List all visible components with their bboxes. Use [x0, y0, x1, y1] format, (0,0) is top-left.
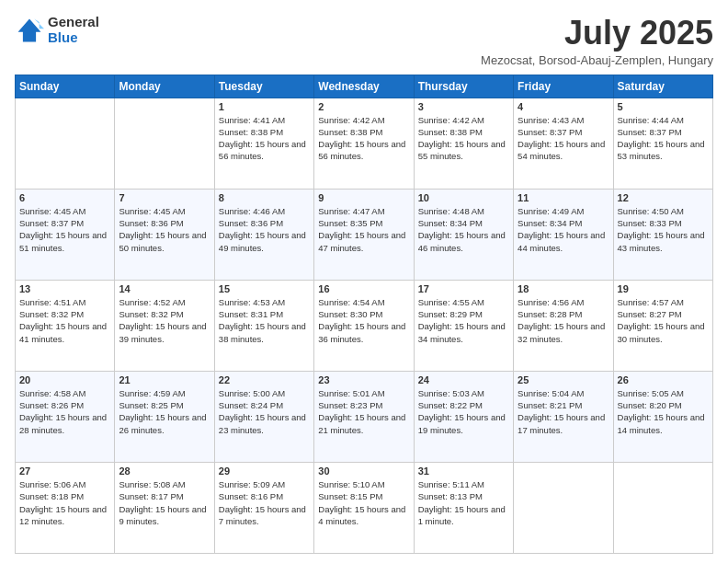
day-info: Sunrise: 4:49 AMSunset: 8:34 PMDaylight:… [518, 205, 609, 254]
day-info: Sunrise: 4:55 AMSunset: 8:29 PMDaylight:… [418, 296, 509, 345]
calendar-cell: 24Sunrise: 5:03 AMSunset: 8:22 PMDayligh… [414, 371, 513, 462]
day-info: Sunrise: 5:00 AMSunset: 8:24 PMDaylight:… [219, 387, 310, 436]
month-title: July 2025 [481, 15, 713, 52]
calendar-cell [514, 462, 613, 553]
day-number: 15 [219, 283, 310, 294]
calendar-cell: 21Sunrise: 4:59 AMSunset: 8:25 PMDayligh… [115, 371, 214, 462]
calendar-header-wednesday: Wednesday [314, 75, 414, 98]
calendar-cell [16, 98, 115, 189]
day-number: 16 [318, 283, 409, 294]
day-number: 7 [119, 192, 210, 203]
day-number: 4 [518, 101, 609, 112]
day-info: Sunrise: 4:53 AMSunset: 8:31 PMDaylight:… [219, 296, 310, 345]
day-info: Sunrise: 4:51 AMSunset: 8:32 PMDaylight:… [19, 296, 110, 345]
day-number: 31 [418, 465, 509, 477]
day-number: 14 [119, 283, 210, 294]
day-info: Sunrise: 5:03 AMSunset: 8:22 PMDaylight:… [418, 387, 509, 436]
day-info: Sunrise: 5:11 AMSunset: 8:13 PMDaylight:… [418, 478, 509, 527]
calendar-cell: 11Sunrise: 4:49 AMSunset: 8:34 PMDayligh… [514, 189, 613, 280]
calendar-header-thursday: Thursday [414, 75, 513, 98]
header: General Blue July 2025 Mezocsat, Borsod-… [15, 15, 713, 67]
calendar-header-tuesday: Tuesday [214, 75, 313, 98]
day-info: Sunrise: 4:42 AMSunset: 8:38 PMDaylight:… [418, 114, 509, 163]
day-number: 20 [19, 374, 110, 385]
day-number: 29 [219, 465, 310, 477]
day-number: 3 [418, 101, 509, 112]
calendar-cell: 28Sunrise: 5:08 AMSunset: 8:17 PMDayligh… [115, 462, 214, 553]
day-info: Sunrise: 4:48 AMSunset: 8:34 PMDaylight:… [418, 205, 509, 254]
day-info: Sunrise: 5:08 AMSunset: 8:17 PMDaylight:… [119, 478, 210, 527]
day-number: 8 [219, 192, 310, 203]
calendar-cell: 5Sunrise: 4:44 AMSunset: 8:37 PMDaylight… [613, 98, 712, 189]
calendar-cell: 9Sunrise: 4:47 AMSunset: 8:35 PMDaylight… [314, 189, 414, 280]
calendar-cell: 4Sunrise: 4:43 AMSunset: 8:37 PMDaylight… [514, 98, 613, 189]
day-info: Sunrise: 4:50 AMSunset: 8:33 PMDaylight:… [618, 205, 709, 254]
calendar-cell: 30Sunrise: 5:10 AMSunset: 8:15 PMDayligh… [314, 462, 414, 553]
calendar-cell: 27Sunrise: 5:06 AMSunset: 8:18 PMDayligh… [16, 462, 115, 553]
day-number: 28 [119, 465, 210, 477]
day-info: Sunrise: 4:52 AMSunset: 8:32 PMDaylight:… [119, 296, 210, 345]
calendar-cell: 2Sunrise: 4:42 AMSunset: 8:38 PMDaylight… [314, 98, 414, 189]
day-number: 2 [318, 101, 409, 112]
day-number: 6 [19, 192, 110, 203]
calendar-week-row: 13Sunrise: 4:51 AMSunset: 8:32 PMDayligh… [16, 280, 713, 371]
day-number: 19 [618, 283, 709, 294]
day-number: 30 [318, 465, 409, 477]
calendar-week-row: 1Sunrise: 4:41 AMSunset: 8:38 PMDaylight… [16, 98, 713, 189]
calendar-header-monday: Monday [115, 75, 214, 98]
day-info: Sunrise: 5:10 AMSunset: 8:15 PMDaylight:… [318, 478, 409, 527]
calendar-cell: 6Sunrise: 4:45 AMSunset: 8:37 PMDaylight… [16, 189, 115, 280]
day-info: Sunrise: 4:56 AMSunset: 8:28 PMDaylight:… [518, 296, 609, 345]
calendar-cell: 14Sunrise: 4:52 AMSunset: 8:32 PMDayligh… [115, 280, 214, 371]
day-info: Sunrise: 4:59 AMSunset: 8:25 PMDaylight:… [119, 387, 210, 436]
day-number: 18 [518, 283, 609, 294]
calendar-cell [115, 98, 214, 189]
calendar-cell: 17Sunrise: 4:55 AMSunset: 8:29 PMDayligh… [414, 280, 513, 371]
calendar-cell: 18Sunrise: 4:56 AMSunset: 8:28 PMDayligh… [514, 280, 613, 371]
logo-blue: Blue [48, 30, 99, 46]
day-number: 26 [618, 374, 709, 385]
day-info: Sunrise: 4:57 AMSunset: 8:27 PMDaylight:… [618, 296, 709, 345]
calendar-week-row: 27Sunrise: 5:06 AMSunset: 8:18 PMDayligh… [16, 462, 713, 553]
calendar-header-row: SundayMondayTuesdayWednesdayThursdayFrid… [16, 75, 713, 98]
calendar-cell: 7Sunrise: 4:45 AMSunset: 8:36 PMDaylight… [115, 189, 214, 280]
svg-marker-0 [18, 18, 41, 41]
day-number: 1 [219, 101, 310, 112]
day-number: 25 [518, 374, 609, 385]
day-info: Sunrise: 4:45 AMSunset: 8:37 PMDaylight:… [19, 205, 110, 254]
calendar-cell: 25Sunrise: 5:04 AMSunset: 8:21 PMDayligh… [514, 371, 613, 462]
calendar-cell: 20Sunrise: 4:58 AMSunset: 8:26 PMDayligh… [16, 371, 115, 462]
day-number: 17 [418, 283, 509, 294]
calendar-cell: 29Sunrise: 5:09 AMSunset: 8:16 PMDayligh… [214, 462, 313, 553]
calendar-cell: 16Sunrise: 4:54 AMSunset: 8:30 PMDayligh… [314, 280, 414, 371]
title-section: July 2025 Mezocsat, Borsod-Abauj-Zemplen… [481, 15, 713, 67]
day-info: Sunrise: 4:54 AMSunset: 8:30 PMDaylight:… [318, 296, 409, 345]
day-number: 24 [418, 374, 509, 385]
day-number: 5 [618, 101, 709, 112]
day-info: Sunrise: 5:06 AMSunset: 8:18 PMDaylight:… [19, 478, 110, 527]
calendar-cell [613, 462, 712, 553]
calendar-header-sunday: Sunday [16, 75, 115, 98]
day-number: 27 [19, 465, 110, 477]
logo: General Blue [15, 15, 99, 45]
calendar-cell: 23Sunrise: 5:01 AMSunset: 8:23 PMDayligh… [314, 371, 414, 462]
day-info: Sunrise: 4:45 AMSunset: 8:36 PMDaylight:… [119, 205, 210, 254]
logo-general: General [48, 15, 99, 30]
day-info: Sunrise: 4:42 AMSunset: 8:38 PMDaylight:… [318, 114, 409, 163]
calendar-cell: 1Sunrise: 4:41 AMSunset: 8:38 PMDaylight… [214, 98, 313, 189]
calendar-cell: 26Sunrise: 5:05 AMSunset: 8:20 PMDayligh… [613, 371, 712, 462]
page: General Blue July 2025 Mezocsat, Borsod-… [0, 0, 728, 563]
day-info: Sunrise: 4:43 AMSunset: 8:37 PMDaylight:… [518, 114, 609, 163]
location: Mezocsat, Borsod-Abauj-Zemplen, Hungary [481, 53, 713, 67]
calendar-cell: 10Sunrise: 4:48 AMSunset: 8:34 PMDayligh… [414, 189, 513, 280]
calendar-cell: 31Sunrise: 5:11 AMSunset: 8:13 PMDayligh… [414, 462, 513, 553]
day-number: 23 [318, 374, 409, 385]
calendar: SundayMondayTuesdayWednesdayThursdayFrid… [15, 75, 713, 554]
calendar-cell: 15Sunrise: 4:53 AMSunset: 8:31 PMDayligh… [214, 280, 313, 371]
logo-icon [15, 16, 44, 45]
day-number: 21 [119, 374, 210, 385]
calendar-cell: 19Sunrise: 4:57 AMSunset: 8:27 PMDayligh… [613, 280, 712, 371]
calendar-header-saturday: Saturday [613, 75, 712, 98]
day-number: 22 [219, 374, 310, 385]
calendar-week-row: 20Sunrise: 4:58 AMSunset: 8:26 PMDayligh… [16, 371, 713, 462]
